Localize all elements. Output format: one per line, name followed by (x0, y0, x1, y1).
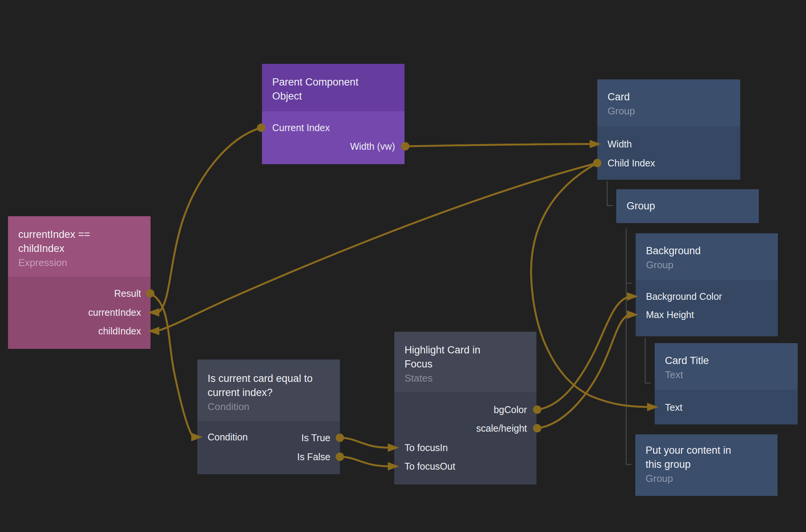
wire-scaleheight-to-max-height[interactable] (537, 315, 628, 428)
node-title: Card (597, 79, 740, 104)
node-title: Background (636, 233, 778, 258)
node-states[interactable]: Highlight Card in Focus States bgColor s… (394, 332, 536, 484)
node-card[interactable]: Card Group Width Child Index (597, 79, 740, 180)
port-max-height[interactable]: Max Height (646, 308, 694, 321)
wire-is-false-to-focusout[interactable] (340, 457, 389, 466)
port-background-color[interactable]: Background Color (646, 290, 722, 303)
wire-current-index-to-currentindex[interactable] (159, 128, 261, 312)
port-text[interactable]: Text (665, 401, 682, 414)
port-width[interactable]: Width (608, 138, 632, 150)
wire-bgcolor-to-background-color[interactable] (537, 297, 628, 410)
node-card-title[interactable]: Card Title Text Text (655, 343, 798, 424)
tree-line-background-cardtitle (645, 338, 651, 383)
node-title: Group (616, 189, 759, 213)
node-header: Card Title Text (655, 343, 798, 390)
node-content-group[interactable]: Put your content in this group Group (635, 434, 777, 496)
port-is-false[interactable]: Is False (297, 450, 330, 463)
node-header: currentIndex == childIndex Expression (8, 216, 151, 277)
node-background[interactable]: Background Group Background Color Max He… (636, 233, 778, 336)
port-childindex[interactable]: childIndex (98, 325, 141, 337)
node-parent-component-object[interactable]: Parent Component Object Current Index Wi… (262, 64, 405, 164)
tree-line-group-children (626, 228, 631, 464)
port-width-vw[interactable]: Width (vw) (350, 140, 395, 153)
node-title: Card Title (655, 343, 798, 368)
wire-width-vw-to-width[interactable] (405, 144, 591, 146)
port-result[interactable]: Result (114, 287, 141, 300)
wire-is-true-to-focusin[interactable] (340, 438, 389, 448)
node-title: Is current card equal to current index? (197, 359, 314, 400)
node-header: Parent Component Object (262, 64, 405, 111)
node-header: Background Group (636, 233, 778, 280)
port-child-index[interactable]: Child Index (608, 157, 655, 169)
port-scale-height[interactable]: scale/height (476, 422, 527, 435)
node-title: Parent Component Object (262, 64, 375, 103)
node-title: currentIndex == childIndex (8, 216, 125, 256)
node-condition[interactable]: Is current card equal to current index? … (197, 359, 340, 474)
node-group[interactable]: Group (616, 189, 759, 223)
port-to-focusin[interactable]: To focusIn (405, 441, 448, 454)
port-is-true[interactable]: Is True (301, 431, 330, 444)
port-to-focusout[interactable]: To focusOut (405, 460, 455, 473)
wire-result-to-condition[interactable] (150, 293, 192, 436)
node-editor-canvas[interactable]: Parent Component Object Current Index Wi… (0, 0, 806, 532)
node-title: Highlight Card in Focus (394, 332, 496, 371)
port-currentindex[interactable]: currentIndex (88, 306, 141, 319)
port-condition[interactable]: Condition (208, 431, 248, 443)
node-subtitle: Condition (197, 400, 340, 413)
node-header: Card Group (597, 79, 740, 127)
port-current-index[interactable]: Current Index (272, 121, 330, 134)
node-subtitle: Group (636, 258, 778, 272)
node-subtitle: States (394, 371, 536, 385)
node-subtitle: Group (597, 104, 740, 118)
wire-child-index-to-childindex[interactable] (160, 163, 597, 330)
node-title: Put your content in this group (635, 434, 748, 472)
port-bgcolor[interactable]: bgColor (493, 403, 527, 416)
node-subtitle: Text (655, 368, 798, 382)
node-header: Is current card equal to current index? … (197, 359, 340, 421)
tree-line-card-group (607, 181, 613, 206)
node-expression[interactable]: currentIndex == childIndex Expression Re… (8, 216, 151, 349)
node-header: Highlight Card in Focus States (394, 332, 536, 392)
node-subtitle: Expression (8, 256, 151, 269)
node-subtitle: Group (635, 472, 777, 485)
